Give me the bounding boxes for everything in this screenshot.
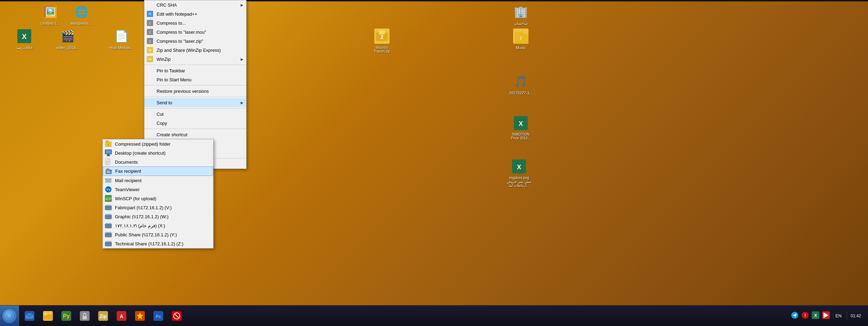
svg-text:Zip: Zip	[100, 313, 107, 319]
untitled-label: Untitled-1...	[41, 21, 60, 25]
language-text: EN	[835, 313, 842, 318]
menu-item-winzip[interactable]: W WinZip	[144, 55, 246, 64]
separator-4	[144, 108, 246, 108]
svg-text:TV: TV	[106, 188, 110, 191]
winscp-label: WinSCP (for upload)	[115, 196, 156, 201]
tray-icon-telegram[interactable]	[791, 311, 799, 320]
menu-item-create-shortcut[interactable]: Create shortcut	[144, 130, 246, 139]
winzip-icon: W	[147, 56, 153, 63]
svg-text:X: X	[22, 33, 27, 40]
svg-text:SCP: SCP	[105, 197, 112, 201]
svg-text:Z: Z	[149, 22, 151, 25]
taskbar-folder[interactable]	[39, 307, 57, 325]
desktop-icon-wordpress[interactable]: 🌐 wordpress....	[68, 3, 95, 25]
wav-label: 20170227-1...	[509, 91, 533, 95]
menu-item-compress-mou[interactable]: Z Compress to "laser.mou"	[144, 27, 246, 36]
clock-time: 01:42	[851, 313, 861, 318]
separator-1	[144, 65, 246, 65]
svg-rect-39	[106, 169, 109, 170]
menu-item-cut[interactable]: Cut	[144, 109, 246, 119]
submenu-desktop[interactable]: Desktop (create shortcut)	[103, 148, 213, 157]
menu-item-pin-start[interactable]: Pin to Start Menu	[144, 75, 246, 84]
menu-item-compress-to[interactable]: Z Compress to...	[144, 18, 246, 27]
top-bar	[0, 0, 868, 1]
submenu-winscp[interactable]: SCP WinSCP (for upload)	[103, 194, 213, 203]
tray-icon-flag[interactable]	[822, 311, 830, 320]
create-shortcut-label: Create shortcut	[157, 132, 187, 137]
menu-item-edit-notepad[interactable]: N Edit with Notepad++	[144, 9, 246, 18]
submenu-fax[interactable]: Fax recipient	[103, 166, 213, 176]
teamviewer-label: TeamViewer	[115, 187, 140, 192]
submenu-technical-share[interactable]: Technical Share (\\172.16.1.2) (Z:)	[103, 239, 213, 248]
desktop-icon-inmotion[interactable]: X INMOTIONPrice 2016...	[507, 115, 535, 140]
svg-text:N: N	[149, 12, 151, 16]
desktop-icon-lesunco[interactable]: Z lesuncoTracert.zip	[368, 28, 396, 53]
taskbar-autocad[interactable]: A	[113, 307, 130, 325]
documents-icon	[105, 158, 112, 166]
menu-item-restore[interactable]: Restore previous versions	[144, 87, 246, 96]
desktop-icon-wav[interactable]: 🎵 20170227-1...	[507, 73, 535, 95]
submenu-compressed[interactable]: Z Compressed (zipped) folder	[103, 139, 213, 148]
menu-item-compress-zip[interactable]: Z Compress to "laser.zip"	[144, 36, 246, 46]
submenu-teamviewer[interactable]: TV TeamViewer	[103, 185, 213, 194]
menu-item-zip-share[interactable]: W Zip and Share (WinZip Express)	[144, 46, 246, 55]
compress-mou-label: Compress to "laser.mou"	[157, 30, 206, 35]
svg-rect-5	[379, 30, 385, 34]
tray-icon-excel[interactable]: X	[812, 311, 819, 320]
start-button[interactable]	[0, 305, 19, 326]
menu-item-pin-taskbar[interactable]: Pin to Taskbar	[144, 66, 246, 75]
submenu-public-share[interactable]: Public Share (\\172.16.1.2) (Y:)	[103, 230, 213, 239]
separator-2	[144, 85, 246, 85]
taskbar-photoshop[interactable]: Ps	[150, 307, 167, 325]
svg-rect-71	[44, 313, 47, 315]
submenu-documents[interactable]: Documents	[103, 157, 213, 166]
zip-share-icon: W	[147, 47, 153, 54]
menu-item-crc-sha[interactable]: CRC SHA	[144, 0, 246, 9]
taskbar-right: ! X EN	[791, 311, 868, 320]
desktop-icon-excel[interactable]: X درصد.xlsx	[10, 28, 38, 50]
menu-item-copy[interactable]: Copy	[144, 119, 246, 128]
submenu-fabricpart[interactable]: Fabricpart (\\172.16.1.2) (V:)	[103, 203, 213, 212]
taskbar-python[interactable]: Py	[58, 307, 75, 325]
desktop-icon-how[interactable]: 📄 How Melbou...	[108, 28, 135, 50]
winscp-icon: SCP	[105, 195, 112, 202]
menu-item-send-to[interactable]: Send to	[144, 98, 246, 107]
fabricpart-icon	[105, 204, 112, 211]
tray-icon-red[interactable]: !	[801, 311, 809, 320]
video-icon: 🎬	[59, 28, 76, 44]
taskbar-lock[interactable]	[76, 307, 93, 325]
technical-share-label: Technical Share (\\172.16.1.2) (Z:)	[115, 241, 183, 246]
taskbar-zip[interactable]: Zip	[94, 307, 112, 325]
submenu-mail[interactable]: Mail recipient	[103, 176, 213, 185]
separator-3	[144, 97, 246, 97]
taskbar-email[interactable]	[21, 307, 38, 325]
desktop-icon-sakhteman[interactable]: 🏢 ساختمان	[507, 3, 535, 26]
submenu-graphic[interactable]: Graphic (\\172.16.1.2) (W:)	[103, 212, 213, 221]
taskbar-block[interactable]	[168, 307, 185, 325]
desktop-icon-untitled[interactable]: 🖼️ Untitled-1...	[36, 3, 64, 25]
fax-icon	[105, 168, 112, 175]
svg-text:Py: Py	[63, 313, 70, 319]
svg-rect-70	[44, 315, 52, 320]
taskbar-clock[interactable]: 01:42	[847, 312, 865, 320]
imgstore-icon: X	[511, 158, 527, 175]
untitled-icon: 🖼️	[42, 3, 59, 20]
quick-launch: Py Zip A	[19, 305, 187, 326]
svg-text:Z: Z	[149, 40, 151, 43]
wav-icon: 🎵	[512, 73, 529, 90]
svg-text:Z: Z	[108, 143, 109, 146]
desktop-icon-music[interactable]: ♪ Music	[507, 28, 535, 50]
svg-text:!: !	[804, 313, 806, 318]
sys-tray: ! X	[791, 311, 830, 320]
copy-label: Copy	[157, 121, 167, 126]
submenu-kham[interactable]: ۱۷۲,۱۶,۱,۲\ (فرم خام) (X:)	[103, 221, 213, 230]
excel-label: درصد.xlsx	[16, 46, 33, 50]
desktop-icon-imgstore[interactable]: X imgstore.pngبیش بینی فروشارتباطات لبنا…	[505, 158, 533, 187]
desktop-icon-video[interactable]: 🎬 video_2016...	[54, 28, 82, 50]
svg-text:♪: ♪	[519, 34, 523, 41]
public-share-icon	[105, 231, 112, 238]
video-label: video_2016...	[56, 46, 79, 50]
taskbar-star[interactable]	[131, 307, 149, 325]
svg-text:Z: Z	[381, 34, 384, 40]
language-indicator[interactable]: EN	[833, 313, 843, 318]
